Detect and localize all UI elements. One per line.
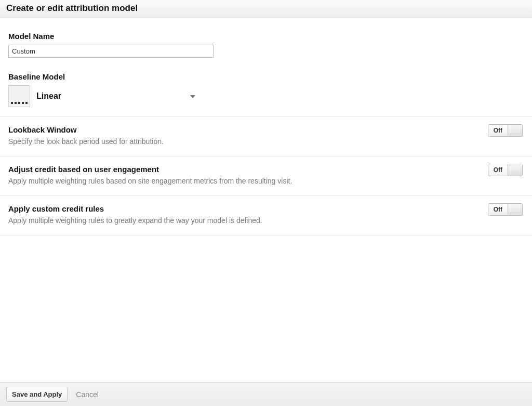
toggle-label: Off bbox=[488, 164, 508, 176]
option-custom-credit-rules: Apply custom credit rules Apply multiple… bbox=[0, 196, 532, 235]
cancel-button[interactable]: Cancel bbox=[76, 390, 99, 399]
baseline-model-select[interactable]: Linear bbox=[8, 85, 195, 107]
option-desc: Specify the look back period used for at… bbox=[8, 137, 524, 146]
lookback-window-toggle[interactable]: Off bbox=[488, 124, 523, 137]
page-title: Create or edit attribution model bbox=[6, 3, 526, 14]
save-and-apply-button[interactable]: Save and Apply bbox=[6, 387, 68, 402]
option-title: Lookback Window bbox=[8, 125, 524, 134]
chevron-down-icon bbox=[190, 95, 195, 98]
linear-model-icon bbox=[8, 85, 30, 107]
option-lookback-window: Lookback Window Specify the look back pe… bbox=[0, 116, 532, 156]
toggle-knob bbox=[508, 164, 522, 176]
adjust-credit-toggle[interactable]: Off bbox=[488, 164, 523, 176]
toggle-knob bbox=[508, 204, 522, 215]
model-name-input[interactable] bbox=[8, 45, 214, 58]
content-area: Model Name Baseline Model Linear Lookbac… bbox=[0, 18, 532, 235]
page-header: Create or edit attribution model bbox=[0, 0, 532, 18]
toggle-label: Off bbox=[488, 125, 508, 136]
toggle-knob bbox=[508, 125, 522, 136]
option-title: Adjust credit based on user engagement bbox=[8, 165, 524, 174]
custom-credit-toggle[interactable]: Off bbox=[488, 203, 523, 216]
toggle-label: Off bbox=[488, 204, 508, 215]
option-title: Apply custom credit rules bbox=[8, 204, 524, 213]
baseline-model-label: Baseline Model bbox=[8, 72, 524, 81]
option-desc: Apply multiple weighting rules to greatl… bbox=[8, 216, 524, 225]
baseline-model-value: Linear bbox=[36, 91, 184, 101]
option-adjust-credit-engagement: Adjust credit based on user engagement A… bbox=[0, 156, 532, 196]
footer-bar: Save and Apply Cancel bbox=[0, 382, 532, 406]
model-name-section: Model Name Baseline Model Linear bbox=[0, 18, 532, 116]
model-name-label: Model Name bbox=[8, 32, 524, 41]
option-desc: Apply multiple weighting rules based on … bbox=[8, 177, 524, 185]
